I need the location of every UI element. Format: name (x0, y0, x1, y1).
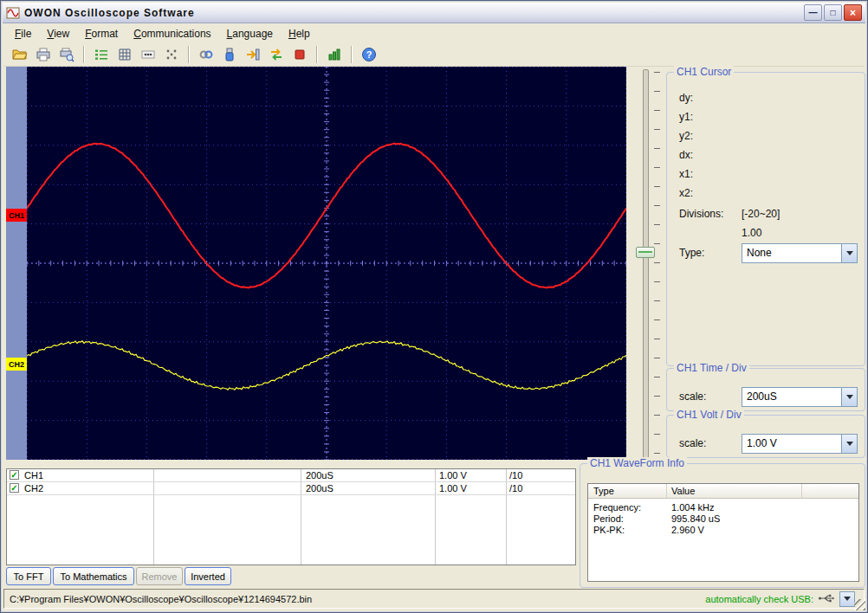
maximize-button[interactable]: □ (824, 4, 842, 21)
volt-scale-dropdown-button[interactable] (841, 435, 857, 453)
file-path: C:¥Program Files¥OWON¥Oscilloscope¥Oscil… (10, 594, 312, 604)
vertical-slider-track[interactable] (643, 69, 649, 459)
table-row-ch2[interactable]: ✓ CH2 200uS 1.00 V /10 (7, 482, 575, 495)
cursor-type-label: Type: (679, 247, 704, 259)
divisions-label: Divisions: (679, 208, 723, 220)
menu-view[interactable]: View (39, 26, 77, 42)
check-icon: ✓ (10, 471, 17, 480)
cursor-type-dropdown-button[interactable] (841, 244, 857, 262)
divisions-value: 1.00 (742, 227, 761, 239)
ch1-probe: /10 (509, 469, 522, 481)
header-divider (666, 484, 667, 498)
time-scale-dropdown-button[interactable] (841, 388, 857, 406)
waveform-canvas (27, 67, 626, 460)
x1-label: x1: (679, 168, 693, 180)
open-file-button[interactable] (9, 43, 31, 66)
cursor-type-select[interactable]: None (742, 243, 858, 263)
close-button[interactable]: × (844, 4, 862, 21)
ch1-cursor-group: CH1 Cursor dy: y1: y2: dx: x1: x2: Divis… (666, 72, 865, 366)
ch1-checkbox[interactable]: ✓ (10, 470, 19, 480)
read-device-button[interactable] (242, 43, 264, 66)
time-scale-select[interactable]: 200uS (742, 387, 858, 407)
divisions-range: [-20~20] (742, 208, 780, 220)
stop-button[interactable] (288, 43, 311, 66)
table-row-ch1[interactable]: ✓ CH1 200uS 1.00 V /10 (7, 469, 575, 482)
menu-help[interactable]: Help (281, 26, 318, 42)
ch2-probe: /10 (509, 482, 522, 494)
period-label: Period: (593, 513, 624, 525)
ch2-voltage: 1.00 V (439, 482, 467, 494)
check-icon: ✓ (10, 484, 17, 493)
vertical-slider-handle[interactable] (636, 247, 655, 258)
toolbar-separator (83, 46, 85, 63)
vertical-slider-ticks (654, 72, 660, 458)
measure-points-button[interactable] (137, 43, 159, 66)
print-preview-button[interactable] (55, 43, 78, 66)
menu-format[interactable]: Format (77, 26, 126, 42)
resize-grip[interactable] (854, 599, 865, 610)
frequency-value: 1.004 kHz (671, 502, 715, 513)
usb-dropdown-button[interactable] (839, 591, 855, 607)
chevron-down-icon (846, 251, 853, 255)
info-row-pkpk: PK-PK: 2.960 V (588, 525, 858, 536)
toolbar-separator (316, 46, 318, 63)
transfer-data-button[interactable] (265, 43, 288, 66)
title-bar[interactable]: OWON Oscilloscope Software — □ × (3, 3, 865, 23)
oscilloscope-display (27, 67, 626, 460)
menu-language[interactable]: Language (219, 26, 281, 42)
toolbar-separator (188, 46, 190, 63)
help-button[interactable]: ? (358, 43, 380, 66)
volt-scale-value: 1.00 V (742, 435, 841, 453)
time-scale-value: 200uS (742, 388, 841, 406)
ch1-timebase: 200uS (306, 469, 334, 481)
toolbar-separator (351, 46, 353, 63)
ch2-position-marker[interactable]: CH2 (6, 358, 27, 371)
dy-label: dy: (679, 92, 693, 104)
time-scale-label: scale: (679, 390, 706, 403)
period-value: 995.840 uS (671, 513, 720, 525)
app-icon (6, 6, 20, 20)
sample-dots-button[interactable] (160, 43, 183, 66)
inverted-button[interactable]: Inverted (185, 567, 231, 585)
window-title: OWON Oscilloscope Software (24, 7, 195, 19)
ch1-time-div-group: CH1 Time / Div scale: 200uS (666, 368, 865, 411)
waveform-info-header: Type Value (588, 484, 858, 499)
ch1-cursor-group-title: CH1 Cursor (674, 66, 734, 78)
chevron-down-icon (846, 442, 853, 446)
window-controls: — □ × (804, 4, 862, 21)
type-column-header[interactable]: Type (593, 486, 614, 496)
ch2-timebase: 200uS (306, 482, 334, 494)
status-bar: C:¥Program Files¥OWON¥Oscilloscope¥Oscil… (3, 589, 865, 609)
menu-bar: File View Format Communications Language… (3, 25, 865, 42)
usb-status-cluster: automatically check USB: (705, 591, 858, 607)
ch1-waveform-info-title: CH1 WaveForm Info (587, 457, 687, 469)
ch1-position-marker[interactable]: CH1 (6, 209, 27, 222)
ch1-volt-div-group: CH1 Volt / Div scale: 1.00 V (666, 415, 865, 458)
pkpk-value: 2.960 V (671, 525, 704, 536)
usb-device-button[interactable] (218, 43, 241, 66)
channel-list-button[interactable] (90, 43, 113, 66)
print-button[interactable] (32, 43, 55, 66)
minimize-button[interactable]: — (804, 4, 822, 21)
to-mathematics-button[interactable]: To Mathematics (53, 567, 134, 585)
y1-label: y1: (679, 111, 693, 123)
menu-file[interactable]: File (7, 26, 39, 42)
connect-device-button[interactable] (195, 43, 217, 66)
ch1-waveform-info-group: CH1 WaveForm Info Type Value Frequency: … (580, 463, 865, 588)
ch1-voltage: 1.00 V (439, 469, 467, 481)
to-fft-button[interactable]: To FFT (6, 567, 51, 585)
pkpk-label: PK-PK: (593, 525, 625, 536)
cursor-type-value: None (742, 244, 841, 262)
value-column-header[interactable]: Value (671, 486, 695, 496)
ch1-volt-div-title: CH1 Volt / Div (674, 409, 744, 421)
usb-icon (818, 593, 835, 605)
volt-scale-label: scale: (679, 437, 706, 449)
volt-scale-select[interactable]: 1.00 V (742, 434, 858, 454)
menu-communications[interactable]: Communications (126, 26, 218, 42)
ch2-checkbox[interactable]: ✓ (10, 483, 19, 493)
y2-label: y2: (679, 130, 693, 142)
owon-oscilloscope-window: { "window": { "title": "OWON Oscilloscop… (0, 0, 868, 613)
export-data-button[interactable] (323, 43, 346, 66)
display-grid-button[interactable] (113, 43, 136, 66)
info-row-frequency: Frequency: 1.004 kHz (588, 502, 858, 513)
